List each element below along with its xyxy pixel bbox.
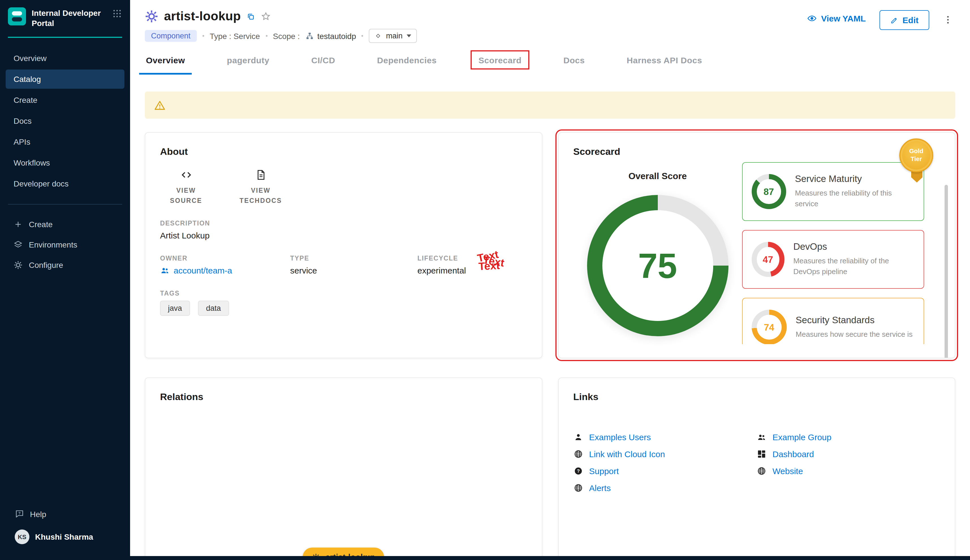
- sidebar-nav: Overview Catalog Create Docs APIs Workfl…: [0, 47, 130, 195]
- score-donut: 87: [752, 174, 786, 209]
- separator-dot: [266, 35, 267, 37]
- link-support[interactable]: ? Support: [573, 466, 757, 476]
- tag-chip-java[interactable]: java: [160, 300, 190, 316]
- scope-label: Scope :: [273, 32, 300, 40]
- sidebar-brand: Internal Developer Portal: [8, 0, 122, 38]
- sidebar-item-catalog[interactable]: Catalog: [6, 70, 124, 89]
- scorecard-item-desc: Measures the reliability of this service: [795, 188, 915, 209]
- sidebar-item-create[interactable]: Create: [6, 91, 124, 110]
- scorecard-card: Scorecard Gold Tier Overall Score 75: [558, 132, 955, 358]
- entity-header-left: artist-lookup Component Type : Service S…: [145, 9, 417, 43]
- owner-link[interactable]: account/team-a: [160, 265, 290, 275]
- star-icon[interactable]: [261, 11, 271, 22]
- top-row: About VIEW SOURCE VIEW TECHDOCS DESCRIPT…: [145, 132, 955, 358]
- link-examples-users[interactable]: Examples Users: [573, 432, 757, 442]
- tab-overview[interactable]: Overview: [139, 47, 192, 75]
- scorecard-item-title: DevOps: [793, 241, 915, 252]
- code-icon: [180, 169, 192, 181]
- help-button[interactable]: ? Help: [8, 504, 122, 524]
- sidebar-item-apis[interactable]: APIs: [6, 133, 124, 152]
- bottom-strip: [0, 556, 970, 560]
- tags-block: TAGS java data: [160, 290, 527, 316]
- sitemap-icon: [305, 32, 314, 40]
- sidebar-item-developer-docs[interactable]: Developer docs: [6, 174, 124, 193]
- content-area: About VIEW SOURCE VIEW TECHDOCS DESCRIPT…: [130, 75, 970, 560]
- sidebar-item-environments[interactable]: Environments: [6, 235, 124, 255]
- view-source-label: VIEW SOURCE: [160, 186, 212, 206]
- relations-card: Relations artist-lookup: [145, 377, 542, 560]
- view-techdocs-button[interactable]: VIEW TECHDOCS: [235, 169, 287, 206]
- kebab-menu-icon[interactable]: [943, 15, 953, 25]
- tab-bar: Overview pagerduty CI/CD Dependencies Sc…: [130, 47, 970, 75]
- link-example-group[interactable]: Example Group: [757, 432, 940, 442]
- description-value: Artist Lookup: [160, 230, 527, 240]
- tab-docs[interactable]: Docs: [557, 47, 592, 75]
- scope-value-text: testautoidp: [317, 32, 356, 40]
- globe-icon: [757, 466, 766, 476]
- view-yaml-button[interactable]: View YAML: [807, 13, 866, 23]
- sidebar-item-configure[interactable]: Configure: [6, 256, 124, 275]
- type-label: Type : Service: [210, 32, 260, 40]
- overall-score-gauge: 75: [587, 195, 728, 336]
- avatar: KS: [15, 530, 29, 544]
- globe-icon: [573, 483, 583, 493]
- red-text-annotation: Text Text Text: [476, 250, 516, 275]
- tab-cicd[interactable]: CI/CD: [304, 47, 342, 75]
- tab-harness-api-docs[interactable]: Harness API Docs: [620, 47, 709, 75]
- type-value: service: [290, 265, 417, 275]
- links-body: Examples Users Link with Cloud Icon ? Su…: [573, 432, 940, 500]
- tab-pagerduty[interactable]: pagerduty: [220, 47, 276, 75]
- badge-circle: Gold Tier: [899, 138, 933, 172]
- sidebar-item-overview[interactable]: Overview: [6, 49, 124, 68]
- link-alerts[interactable]: Alerts: [573, 483, 757, 493]
- tab-dependencies[interactable]: Dependencies: [370, 47, 443, 75]
- warning-icon: [154, 99, 166, 111]
- link-website[interactable]: Website: [757, 466, 940, 476]
- links-card: Links Examples Users Link with Cloud Ico…: [558, 377, 955, 560]
- relations-graph: artist-lookup: [160, 403, 527, 560]
- doc-icon: [255, 169, 267, 181]
- sidebar-item-create-action[interactable]: Create: [6, 215, 124, 234]
- scorecard-item-security-standards[interactable]: 74 Security Standards Measures how secur…: [742, 298, 924, 344]
- tab-scorecard[interactable]: Scorecard: [472, 47, 528, 75]
- link-label: Website: [773, 466, 803, 476]
- link-label: Example Group: [773, 432, 831, 442]
- sidebar-secondary-label: Environments: [29, 240, 77, 250]
- copy-icon[interactable]: [247, 12, 255, 21]
- about-title: About: [160, 147, 527, 158]
- link-with-cloud-icon[interactable]: Link with Cloud Icon: [573, 449, 757, 459]
- view-source-button[interactable]: VIEW SOURCE: [160, 169, 212, 206]
- links-column-1: Examples Users Link with Cloud Icon ? Su…: [573, 432, 757, 500]
- about-card: About VIEW SOURCE VIEW TECHDOCS DESCRIPT…: [145, 132, 542, 358]
- about-actions: VIEW SOURCE VIEW TECHDOCS: [160, 169, 527, 206]
- scorecard-item-devops[interactable]: 47 DevOps Measures the reliability of th…: [742, 230, 924, 289]
- entity-meta-row: Component Type : Service Scope : testaut…: [145, 29, 417, 43]
- tag-chip-data[interactable]: data: [198, 300, 229, 316]
- group-icon: [757, 432, 766, 442]
- user-menu[interactable]: KS Khushi Sharma: [8, 524, 122, 550]
- branch-selector[interactable]: main: [369, 29, 417, 43]
- layers-icon: [13, 240, 23, 250]
- branch-name: main: [386, 32, 403, 40]
- link-dashboard[interactable]: Dashboard: [757, 449, 940, 459]
- scorecard-item-service-maturity[interactable]: 87 Service Maturity Measures the reliabi…: [742, 162, 924, 221]
- scorecard-item-title: Service Maturity: [795, 173, 915, 184]
- scorecard-scrollbar[interactable]: [945, 185, 948, 358]
- edit-button[interactable]: Edit: [879, 10, 929, 30]
- page-title: artist-lookup: [164, 9, 241, 24]
- warning-banner: [145, 92, 955, 119]
- sidebar-item-docs[interactable]: Docs: [6, 112, 124, 131]
- plus-icon: [13, 220, 23, 229]
- separator-dot: [202, 35, 204, 37]
- people-icon: [160, 265, 170, 275]
- app-root: Internal Developer Portal Overview Catal…: [0, 0, 970, 560]
- scorecard-item-desc: Measures the reliability of the DevOps p…: [793, 256, 915, 277]
- kind-chip[interactable]: Component: [145, 30, 197, 42]
- apps-grid-icon[interactable]: [112, 8, 122, 18]
- owner-block: OWNER account/team-a: [160, 255, 290, 275]
- help-label: Help: [30, 510, 46, 518]
- link-label: Alerts: [589, 483, 611, 493]
- user-icon: [573, 432, 583, 442]
- portal-title: Internal Developer Portal: [32, 7, 106, 28]
- sidebar-item-workflows[interactable]: Workflows: [6, 153, 124, 173]
